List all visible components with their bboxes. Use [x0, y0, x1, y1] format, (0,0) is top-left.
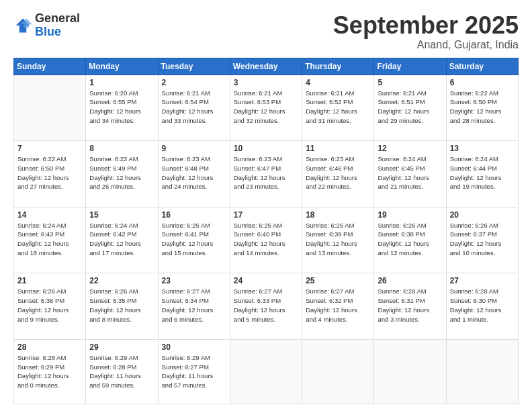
day-info: Sunrise: 6:24 AMSunset: 6:44 PMDaylight:… [450, 154, 515, 191]
month-title: September 2025 [333, 12, 519, 39]
day-number: 16 [162, 210, 226, 220]
day-info: Sunrise: 6:21 AMSunset: 6:52 PMDaylight:… [306, 89, 370, 126]
day-number: 3 [234, 78, 298, 87]
calendar-cell: 18Sunrise: 6:25 AMSunset: 6:39 PMDayligh… [302, 207, 374, 273]
day-info: Sunrise: 6:20 AMSunset: 6:55 PMDaylight:… [89, 89, 154, 126]
day-info: Sunrise: 6:27 AMSunset: 6:33 PMDaylight:… [234, 287, 298, 324]
calendar-cell: 25Sunrise: 6:27 AMSunset: 6:32 PMDayligh… [302, 273, 374, 340]
location: Anand, Gujarat, India [333, 39, 519, 51]
header-wednesday: Wednesday [230, 58, 302, 75]
day-info: Sunrise: 6:29 AMSunset: 6:27 PMDaylight:… [162, 353, 226, 390]
day-info: Sunrise: 6:23 AMSunset: 6:47 PMDaylight:… [234, 154, 298, 191]
day-info: Sunrise: 6:21 AMSunset: 6:54 PMDaylight:… [162, 89, 226, 126]
day-info: Sunrise: 6:26 AMSunset: 6:38 PMDaylight:… [378, 221, 442, 258]
calendar-cell: 16Sunrise: 6:25 AMSunset: 6:41 PMDayligh… [158, 207, 230, 273]
day-number: 19 [378, 210, 442, 220]
logo: General Blue [13, 12, 80, 39]
day-info: Sunrise: 6:28 AMSunset: 6:31 PMDaylight:… [378, 287, 442, 324]
calendar-cell [374, 339, 446, 404]
day-number: 2 [162, 78, 226, 87]
day-info: Sunrise: 6:27 AMSunset: 6:32 PMDaylight:… [306, 287, 370, 324]
calendar-cell: 3Sunrise: 6:21 AMSunset: 6:53 PMDaylight… [230, 75, 302, 141]
header-sunday: Sunday [14, 58, 86, 75]
day-number: 4 [306, 78, 370, 87]
day-number: 8 [89, 144, 154, 153]
day-number: 28 [17, 342, 82, 352]
weekday-header-row: Sunday Monday Tuesday Wednesday Thursday… [14, 58, 519, 75]
calendar-cell: 10Sunrise: 6:23 AMSunset: 6:47 PMDayligh… [230, 141, 302, 208]
calendar-cell: 2Sunrise: 6:21 AMSunset: 6:54 PMDaylight… [158, 75, 230, 141]
calendar-cell: 21Sunrise: 6:26 AMSunset: 6:36 PMDayligh… [14, 273, 86, 340]
day-number: 17 [234, 210, 298, 220]
calendar-cell: 17Sunrise: 6:25 AMSunset: 6:40 PMDayligh… [230, 207, 302, 273]
calendar-cell: 27Sunrise: 6:28 AMSunset: 6:30 PMDayligh… [446, 273, 518, 340]
calendar-cell: 4Sunrise: 6:21 AMSunset: 6:52 PMDaylight… [302, 75, 374, 141]
day-info: Sunrise: 6:27 AMSunset: 6:34 PMDaylight:… [162, 287, 226, 324]
day-info: Sunrise: 6:26 AMSunset: 6:35 PMDaylight:… [89, 287, 154, 324]
day-number: 25 [306, 276, 370, 285]
day-number: 6 [450, 78, 515, 87]
logo-blue-text: Blue [35, 25, 61, 38]
day-number: 14 [17, 210, 82, 220]
day-info: Sunrise: 6:25 AMSunset: 6:40 PMDaylight:… [234, 221, 298, 258]
calendar-cell: 28Sunrise: 6:28 AMSunset: 6:29 PMDayligh… [14, 339, 86, 404]
calendar-cell: 1Sunrise: 6:20 AMSunset: 6:55 PMDaylight… [86, 75, 158, 141]
day-number: 24 [234, 276, 298, 285]
day-number: 23 [162, 276, 226, 285]
day-number: 9 [162, 144, 226, 153]
day-number: 13 [450, 144, 515, 153]
day-info: Sunrise: 6:24 AMSunset: 6:43 PMDaylight:… [17, 221, 82, 258]
day-number: 5 [378, 78, 442, 87]
day-info: Sunrise: 6:25 AMSunset: 6:39 PMDaylight:… [306, 221, 370, 258]
calendar-cell: 9Sunrise: 6:23 AMSunset: 6:48 PMDaylight… [158, 141, 230, 208]
logo-icon [13, 16, 32, 35]
day-info: Sunrise: 6:22 AMSunset: 6:50 PMDaylight:… [17, 154, 82, 191]
calendar-cell: 12Sunrise: 6:24 AMSunset: 6:45 PMDayligh… [374, 141, 446, 208]
calendar-cell: 29Sunrise: 6:29 AMSunset: 6:28 PMDayligh… [86, 339, 158, 404]
calendar-cell [446, 339, 518, 404]
day-info: Sunrise: 6:28 AMSunset: 6:29 PMDaylight:… [17, 353, 82, 390]
day-number: 30 [162, 342, 226, 352]
calendar-cell: 13Sunrise: 6:24 AMSunset: 6:44 PMDayligh… [446, 141, 518, 208]
calendar-cell [302, 339, 374, 404]
calendar-cell: 26Sunrise: 6:28 AMSunset: 6:31 PMDayligh… [374, 273, 446, 340]
day-number: 1 [89, 78, 154, 87]
day-info: Sunrise: 6:26 AMSunset: 6:37 PMDaylight:… [450, 221, 515, 258]
day-number: 29 [89, 342, 154, 352]
day-info: Sunrise: 6:26 AMSunset: 6:36 PMDaylight:… [17, 287, 82, 324]
day-number: 18 [306, 210, 370, 220]
day-info: Sunrise: 6:23 AMSunset: 6:46 PMDaylight:… [306, 154, 370, 191]
day-number: 15 [89, 210, 154, 220]
day-info: Sunrise: 6:21 AMSunset: 6:51 PMDaylight:… [378, 89, 442, 126]
calendar-cell: 19Sunrise: 6:26 AMSunset: 6:38 PMDayligh… [374, 207, 446, 273]
header: General Blue September 2025 Anand, Gujar… [13, 12, 519, 51]
day-info: Sunrise: 6:28 AMSunset: 6:30 PMDaylight:… [450, 287, 515, 324]
header-monday: Monday [86, 58, 158, 75]
calendar-table: Sunday Monday Tuesday Wednesday Thursday… [13, 58, 519, 404]
day-number: 12 [378, 144, 442, 153]
calendar-cell: 20Sunrise: 6:26 AMSunset: 6:37 PMDayligh… [446, 207, 518, 273]
header-thursday: Thursday [302, 58, 374, 75]
header-friday: Friday [374, 58, 446, 75]
day-number: 7 [17, 144, 82, 153]
title-block: September 2025 Anand, Gujarat, India [333, 12, 519, 51]
day-number: 10 [234, 144, 298, 153]
day-info: Sunrise: 6:21 AMSunset: 6:53 PMDaylight:… [234, 89, 298, 126]
day-info: Sunrise: 6:22 AMSunset: 6:49 PMDaylight:… [89, 154, 154, 191]
calendar-cell: 23Sunrise: 6:27 AMSunset: 6:34 PMDayligh… [158, 273, 230, 340]
calendar-cell: 8Sunrise: 6:22 AMSunset: 6:49 PMDaylight… [86, 141, 158, 208]
page: General Blue September 2025 Anand, Gujar… [0, 0, 532, 411]
calendar-cell: 11Sunrise: 6:23 AMSunset: 6:46 PMDayligh… [302, 141, 374, 208]
calendar-cell [230, 339, 302, 404]
day-number: 20 [450, 210, 515, 220]
calendar-cell: 6Sunrise: 6:22 AMSunset: 6:50 PMDaylight… [446, 75, 518, 141]
header-tuesday: Tuesday [158, 58, 230, 75]
calendar-cell: 7Sunrise: 6:22 AMSunset: 6:50 PMDaylight… [14, 141, 86, 208]
header-saturday: Saturday [446, 58, 518, 75]
calendar-cell: 15Sunrise: 6:24 AMSunset: 6:42 PMDayligh… [86, 207, 158, 273]
logo-general-text: General [35, 11, 80, 25]
calendar-cell: 14Sunrise: 6:24 AMSunset: 6:43 PMDayligh… [14, 207, 86, 273]
day-info: Sunrise: 6:29 AMSunset: 6:28 PMDaylight:… [89, 353, 154, 390]
day-number: 21 [17, 276, 82, 285]
calendar-cell: 24Sunrise: 6:27 AMSunset: 6:33 PMDayligh… [230, 273, 302, 340]
